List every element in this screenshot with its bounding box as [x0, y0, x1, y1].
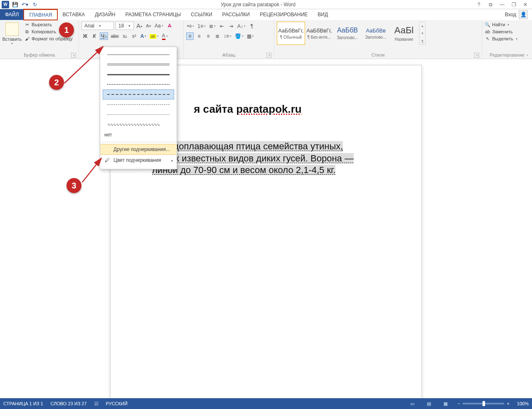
underline-button[interactable]: Ч: [100, 32, 108, 40]
status-words[interactable]: СЛОВО 23 ИЗ 27: [51, 401, 87, 406]
status-proofing-icon[interactable]: ☑: [94, 401, 99, 407]
select-button[interactable]: ↖Выделить▾: [485, 36, 517, 42]
paragraph-launcher-icon[interactable]: ↘: [266, 53, 271, 58]
style-no-spacing[interactable]: АаБбВвГг,¶ Без инте...: [305, 22, 333, 45]
undo-icon[interactable]: ↶▾: [21, 1, 29, 8]
clear-format-button[interactable]: A̶: [166, 22, 173, 30]
increase-indent-button[interactable]: ⇥: [227, 22, 235, 30]
underline-color[interactable]: 🖊Цвет подчеркивания▸: [100, 155, 177, 166]
bold-button[interactable]: Ж: [81, 32, 89, 40]
style-normal[interactable]: АаБбВвГг,¶ Обычный: [277, 22, 305, 45]
tab-review[interactable]: РЕЦЕНЗИРОВАНИЕ: [255, 9, 313, 20]
replace-icon: ab: [485, 29, 490, 35]
superscript-button[interactable]: x²: [131, 32, 138, 40]
underline-style-single[interactable]: [103, 50, 174, 59]
status-bar: СТРАНИЦА 1 ИЗ 1 СЛОВО 23 ИЗ 27 ☑ РУССКИЙ…: [0, 398, 532, 409]
underline-none[interactable]: нет: [100, 129, 177, 140]
tab-design[interactable]: ДИЗАЙН: [90, 9, 120, 20]
borders-button[interactable]: ▦: [246, 32, 255, 40]
font-name-combo[interactable]: Arial▾: [81, 22, 114, 30]
underline-style-dotted[interactable]: [103, 79, 174, 89]
selected-text-line1: — водоплавающая птица семейства утиных,: [152, 141, 343, 151]
maximize-icon[interactable]: ❐: [510, 2, 517, 7]
underline-style-dash-dot[interactable]: [103, 99, 174, 109]
tab-home[interactable]: ГЛАВНАЯ: [24, 9, 57, 20]
group-clipboard-label: Буфер обмена: [24, 52, 55, 57]
font-color-button[interactable]: A: [161, 32, 169, 40]
font-size-combo[interactable]: 18▾: [116, 22, 134, 30]
align-center-button[interactable]: ≡: [195, 32, 203, 40]
expand-icon[interactable]: ▾̲: [419, 37, 425, 45]
shrink-font-button[interactable]: A▾: [145, 22, 152, 30]
view-web-icon[interactable]: ▦: [441, 400, 450, 407]
resize-grip-icon[interactable]: ⋯: [100, 166, 177, 169]
underline-style-dashed[interactable]: [103, 89, 174, 99]
zoom-slider[interactable]: − +: [458, 401, 510, 406]
underline-style-thick[interactable]: [103, 69, 174, 79]
tab-layout[interactable]: РАЗМЕТКА СТРАНИЦЫ: [121, 9, 186, 20]
style-heading2[interactable]: АаБбВвЗаголово...: [362, 22, 390, 45]
sign-in-label: Вход: [505, 12, 516, 17]
show-marks-button[interactable]: ¶: [248, 22, 256, 30]
multilevel-button[interactable]: ≣: [208, 22, 217, 30]
text-effects-button[interactable]: A: [140, 32, 148, 40]
group-styles-label: Стили: [372, 52, 385, 57]
style-scroll[interactable]: ▴▾▾̲: [419, 22, 426, 45]
copy-icon: ⧉: [24, 29, 30, 35]
group-editing-label: Редактирование: [490, 52, 525, 57]
zoom-level[interactable]: 100%: [517, 401, 529, 406]
view-print-icon[interactable]: ▤: [424, 400, 433, 407]
chevron-right-icon: ▸: [171, 158, 173, 163]
chevron-up-icon[interactable]: ▴: [419, 22, 425, 30]
bullets-button[interactable]: •≡: [186, 22, 195, 30]
shading-button[interactable]: 🪣: [234, 32, 244, 40]
tab-references[interactable]: ССЫЛКИ: [186, 9, 217, 20]
subscript-button[interactable]: x₂: [121, 32, 129, 40]
title-bar: W 💾 ↶▾ ↻ Урок для сайта paratapok - Word…: [0, 0, 532, 9]
style-gallery[interactable]: АаБбВвГг,¶ Обычный АаБбВвГг,¶ Без инте..…: [277, 22, 426, 45]
touch-mode-icon[interactable]: ⧉: [487, 2, 494, 7]
line-spacing-button[interactable]: ↕≡: [223, 32, 232, 40]
close-icon[interactable]: ✕: [522, 2, 529, 7]
align-right-button[interactable]: ≡: [204, 32, 212, 40]
underline-style-wave[interactable]: ∿∿∿∿∿∿∿∿∿∿∿∿∿∿∿∿∿∿: [103, 119, 174, 129]
tab-file[interactable]: ФАЙЛ: [0, 9, 24, 20]
zoom-out-icon[interactable]: −: [458, 401, 460, 406]
chevron-down-icon[interactable]: ▾: [419, 30, 425, 37]
paste-button[interactable]: Вставить ▾: [2, 22, 22, 45]
status-language[interactable]: РУССКИЙ: [106, 401, 128, 406]
selected-text-line2: самых известных видов диких гусей. Ворон…: [152, 153, 354, 164]
help-icon[interactable]: ?: [475, 2, 482, 7]
tab-view[interactable]: ВИД: [313, 9, 333, 20]
doc-title-link: paratapok.ru: [236, 103, 302, 115]
italic-button[interactable]: К: [91, 32, 98, 40]
find-button[interactable]: 🔍Найти▾: [485, 22, 517, 27]
tab-insert[interactable]: ВСТАВКА: [57, 9, 90, 20]
clipboard-launcher-icon[interactable]: ↘: [71, 53, 76, 58]
styles-launcher-icon[interactable]: ↘: [474, 53, 479, 58]
grow-font-button[interactable]: A▴: [135, 22, 143, 30]
numbering-button[interactable]: 1≡: [197, 22, 207, 30]
highlight-button[interactable]: ab: [149, 32, 159, 40]
save-icon[interactable]: 💾: [11, 1, 19, 8]
justify-button[interactable]: ≣: [214, 32, 221, 40]
decrease-indent-button[interactable]: ⇤: [218, 22, 226, 30]
replace-button[interactable]: abЗаменить: [485, 29, 517, 35]
change-case-button[interactable]: Aa: [154, 22, 164, 30]
style-heading1[interactable]: АаБбВЗаголово...: [333, 22, 362, 45]
minimize-icon[interactable]: —: [499, 2, 505, 7]
tab-mailings[interactable]: РАССЫЛКИ: [217, 9, 255, 20]
strike-button[interactable]: abc: [110, 32, 119, 40]
underline-more[interactable]: Другие подчеркивания...: [100, 144, 177, 155]
sign-in[interactable]: Вход 👤: [501, 9, 532, 20]
status-page[interactable]: СТРАНИЦА 1 ИЗ 1: [3, 401, 43, 406]
style-title[interactable]: АаБlНазвание: [390, 22, 418, 45]
underline-style-dash-dot-dot[interactable]: [103, 109, 174, 119]
align-left-button[interactable]: ≡: [186, 32, 194, 40]
chevron-down-icon: ▾: [126, 24, 132, 28]
view-read-icon[interactable]: ▭: [408, 400, 417, 407]
sort-button[interactable]: A↓: [236, 22, 246, 30]
zoom-in-icon[interactable]: +: [507, 401, 509, 406]
underline-style-double[interactable]: [103, 59, 174, 69]
redo-icon[interactable]: ↻: [31, 1, 39, 8]
